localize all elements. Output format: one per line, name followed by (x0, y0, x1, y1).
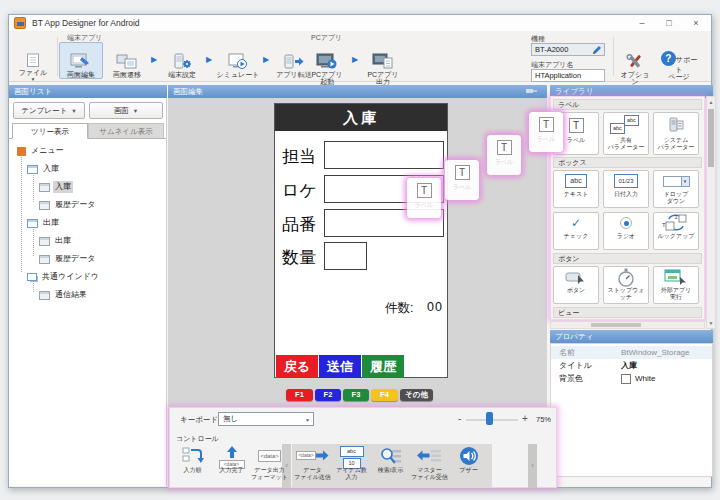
fkey-other[interactable]: その他 (400, 389, 433, 401)
maximize-button[interactable]: □ (656, 16, 682, 30)
ribbon-button-screen-transition[interactable]: 画面遷移 (105, 42, 149, 79)
edit-pencil-icon[interactable] (591, 45, 602, 56)
up-arrow-icon (226, 446, 238, 458)
library-item-date-input[interactable]: 01/23日付入力 (603, 170, 649, 208)
model-field[interactable]: BT-A2000 (531, 43, 605, 56)
label-widget-drag-ghost[interactable]: Tラベル (487, 135, 521, 175)
control-data-file-send[interactable]: <data>データ ファイル送信 (294, 445, 331, 487)
tree-item-shukko-screen[interactable]: 出庫 (39, 234, 73, 248)
label-widget-drag-ghost[interactable]: Tラベル (445, 160, 479, 200)
label-widget-drag-ghost[interactable]: Tラベル (529, 112, 563, 152)
property-row-name[interactable]: 名前BtWindow_Storage (551, 346, 712, 359)
field-label[interactable]: 数量 (282, 246, 316, 269)
tree-item-nyuko-screen[interactable]: 入庫 (39, 180, 73, 194)
control-buzzer[interactable]: ブザー (450, 445, 487, 487)
library-section-label[interactable]: ボックス (553, 157, 702, 168)
common-window-icon (27, 273, 37, 281)
tab-thumbnail-view[interactable]: サムネイル表示 (88, 123, 164, 139)
library-item-check[interactable]: ✓チェック (553, 212, 599, 250)
count-label[interactable]: 件数: (385, 300, 413, 317)
library-item-external-app[interactable]: 外部アプリ 実行 (653, 266, 699, 304)
flow-arrow-icon: ▶ (206, 55, 212, 64)
zoom-slider-thumb[interactable] (486, 412, 493, 425)
tree-item-comm-result[interactable]: 通信結果 (39, 288, 89, 302)
ribbon-button-pc-app-output[interactable]: PCアプリ 出力 (361, 42, 405, 79)
history-button[interactable]: 履歴 (362, 355, 404, 378)
screen-dropdown[interactable]: 画面▼ (89, 102, 163, 119)
phone-screen-mockup[interactable]: 入庫 担当 ロケ 品番 数量 件数: 00 戻る 送信 履歴 (274, 103, 448, 378)
library-vertical-scrollbar[interactable]: ▲ ▼ (706, 96, 716, 329)
library-item-stopwatch[interactable]: ストップウォッチ (603, 266, 649, 304)
tree-item-shukko-group[interactable]: 出庫 (27, 216, 61, 230)
send-button[interactable]: 送信 (319, 355, 361, 378)
count-value[interactable]: 00 (427, 300, 443, 314)
control-data-output-format[interactable]: <data>データ出力 フォーマット (251, 445, 288, 487)
library-section-label[interactable]: ボタン (553, 253, 702, 264)
ribbon-button-pc-app-launch[interactable]: PCアプリ 起動 (305, 42, 349, 79)
date-input-icon: 01/23 (614, 174, 637, 188)
keyboard-dropdown[interactable]: 無し▼ (218, 412, 314, 426)
file-button[interactable]: ファイル▼ (13, 42, 53, 79)
zoom-in-button[interactable]: + (522, 413, 528, 424)
back-button[interactable]: 戻る (276, 355, 318, 378)
library-horizontal-scrollbar[interactable] (550, 321, 705, 329)
tree-item-history-data[interactable]: 履歴データ (39, 252, 97, 266)
fkey-f3[interactable]: F3 (343, 389, 369, 401)
zoom-out-button[interactable]: - (458, 413, 461, 424)
tree-item-nyuko-group[interactable]: 入庫 (27, 162, 61, 176)
options-button[interactable]: オプション (617, 42, 653, 79)
library-item-radio[interactable]: ラジオ (603, 212, 649, 250)
control-input-complete[interactable]: <data>入力完了 (213, 445, 250, 487)
property-row-background-color[interactable]: 背景色White (551, 372, 712, 385)
library-item-shared-parameter[interactable]: abcabc共有 パラメーター (603, 112, 649, 155)
file-icon (26, 53, 40, 68)
property-row-title[interactable]: タイトル入庫 (551, 359, 712, 372)
phone-title-bar[interactable]: 入庫 (275, 104, 447, 131)
ribbon-toolbar: ファイル▼ 端末アプリ 画面編集 画面遷移 ▶ 端末設定 ▶ シミュレート ▶ … (9, 31, 711, 82)
color-swatch[interactable] (621, 374, 631, 384)
library-section-label[interactable]: ビュー (553, 307, 702, 318)
tree-item-history-data[interactable]: 履歴データ (39, 198, 97, 212)
ribbon-button-screen-edit[interactable]: 画面編集 (59, 42, 103, 79)
control-item-count-input[interactable]: abc10アイテム数 入力 (333, 445, 370, 487)
zoom-level-value: 75% (536, 415, 551, 424)
scroll-up-icon[interactable]: ▲ (707, 99, 715, 105)
ribbon-button-simulate[interactable]: シミュレート (215, 42, 261, 79)
fkey-f1[interactable]: F1 (286, 389, 313, 401)
library-section-label[interactable]: ラベル (553, 99, 702, 110)
library-item-text-box[interactable]: abcテキスト (553, 170, 599, 208)
support-page-button[interactable]: ?サポート ページ (659, 42, 699, 79)
scrollbar-thumb[interactable] (708, 109, 714, 167)
library-item-button[interactable]: ボタン (553, 266, 599, 304)
field-label[interactable]: 品番 (282, 213, 316, 236)
field-label[interactable]: 担当 (282, 145, 316, 168)
app-name-input[interactable] (531, 69, 605, 82)
scroll-down-icon[interactable]: ▼ (707, 320, 715, 326)
file-button-label: ファイル (19, 69, 48, 76)
fkey-f2[interactable]: F2 (315, 389, 341, 401)
field-label[interactable]: ロケ (282, 179, 317, 202)
label-widget-drag-ghost[interactable]: Tラベル (407, 178, 441, 218)
control-input-order[interactable]: 入力順 (174, 445, 211, 487)
scroll-right-strip[interactable]: › (528, 444, 537, 488)
template-dropdown[interactable]: テンプレート▼ (13, 102, 85, 119)
minimize-button[interactable]: – (629, 16, 655, 30)
file-lines-icon (430, 449, 442, 463)
field-input[interactable] (324, 141, 444, 169)
close-button[interactable]: × (683, 16, 709, 30)
screen-tree: メニュー 入庫 入庫 履歴データ 出庫 出庫 履歴データ 共通ウインドウ 通信結… (9, 138, 166, 486)
library-item-dropdown[interactable]: ▼ドロップ ダウン (653, 170, 699, 208)
control-master-file-receive[interactable]: マスター ファイル受信 (411, 445, 448, 487)
tab-tree-view[interactable]: ツリー表示 (12, 123, 88, 139)
data-tag-icon: <data> (296, 451, 316, 460)
control-search-display[interactable]: 検索/表示 (372, 445, 409, 487)
tree-item-menu[interactable]: メニュー (17, 144, 66, 158)
scrollbar-thumb[interactable] (591, 323, 641, 327)
fkey-f4[interactable]: F4 (371, 389, 398, 401)
pin-icon[interactable] (525, 87, 538, 96)
library-item-system-parameter[interactable]: システム パラメーター (653, 112, 699, 155)
library-item-lookup[interactable]: T1ルックアップ (653, 212, 699, 250)
ribbon-button-terminal-settings[interactable]: 端末設定 (160, 42, 204, 79)
field-input[interactable] (324, 242, 367, 270)
tree-item-common-window[interactable]: 共通ウインドウ (27, 270, 101, 284)
